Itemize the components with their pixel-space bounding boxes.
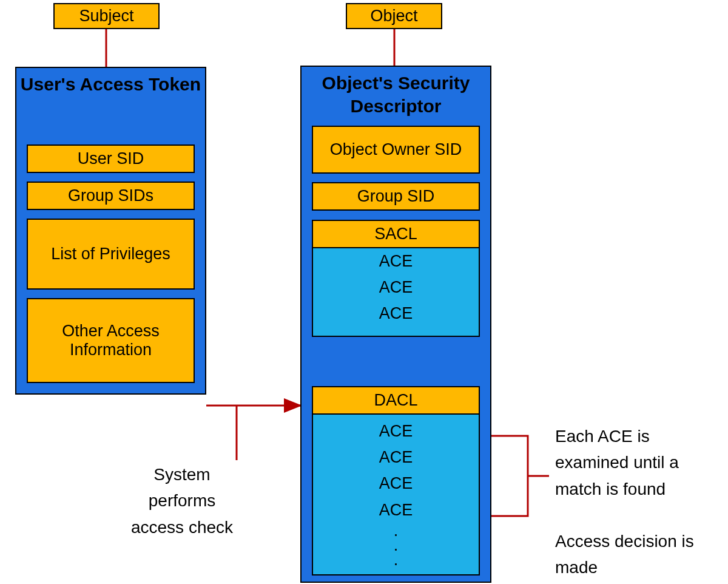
- user-sid-box: User SID: [27, 144, 195, 173]
- annotation-decision: Access decision is made: [555, 528, 725, 581]
- group-sids-box: Group SIDs: [27, 182, 195, 210]
- dacl-dot: .: [394, 552, 399, 567]
- other-access-box: Other Access Information: [27, 298, 195, 383]
- privileges-box: List of Privileges: [27, 219, 195, 290]
- dacl-ace: ACE: [379, 470, 413, 497]
- sacl-ace: ACE: [379, 248, 413, 274]
- annotation-system-check: System performs access check: [121, 461, 243, 540]
- dacl-header: DACL: [312, 386, 480, 415]
- subject-label: Subject: [53, 3, 160, 29]
- dacl-ace: ACE: [379, 444, 413, 470]
- dacl-ace: ACE: [379, 497, 413, 523]
- sacl-header: SACL: [312, 220, 480, 248]
- sacl-ace: ACE: [379, 300, 413, 327]
- object-label: Object: [346, 3, 442, 29]
- dacl-list: ACE ACE ACE ACE . . .: [312, 413, 480, 576]
- subject-text: Subject: [79, 7, 133, 25]
- object-text: Object: [370, 7, 417, 25]
- group-sid-box: Group SID: [312, 182, 480, 211]
- security-descriptor-title: Object's Security Descriptor: [302, 67, 490, 121]
- annotation-each-ace: Each ACE is examined until a match is fo…: [555, 423, 725, 502]
- sacl-ace: ACE: [379, 274, 413, 300]
- access-token-title: User's Access Token: [16, 68, 205, 100]
- sacl-list: ACE ACE ACE: [312, 247, 480, 337]
- dacl-ace: ACE: [379, 418, 413, 444]
- owner-sid-box: Object Owner SID: [312, 126, 480, 174]
